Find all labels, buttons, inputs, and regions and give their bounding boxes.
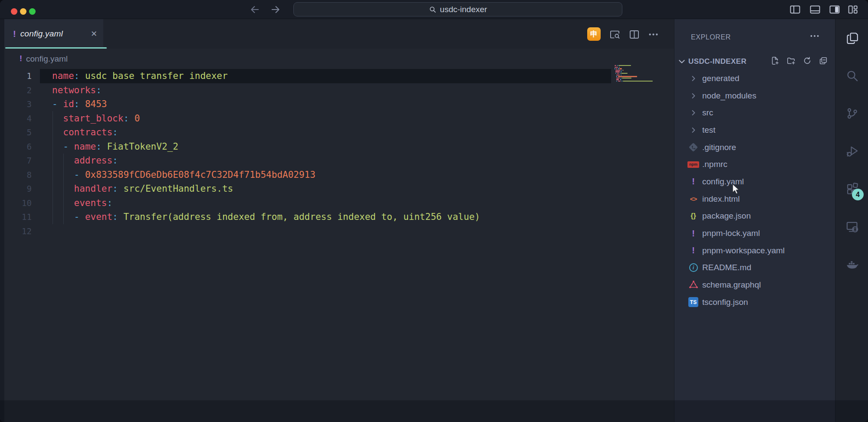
- info-icon: i: [687, 262, 699, 273]
- yaml-warning-icon: !: [687, 245, 699, 256]
- code-line-10[interactable]: 10 events:: [0, 196, 674, 210]
- toggle-primary-sidebar-button[interactable]: [789, 3, 801, 16]
- layout-sidebar-right-on-icon: [829, 3, 841, 16]
- split-editor-icon: [628, 29, 640, 40]
- code-line-11[interactable]: 11 - event: Transfer(address indexed fro…: [0, 210, 674, 224]
- tree-file-index-html[interactable]: <>index.html: [674, 190, 835, 208]
- tree-item-label: package.json: [702, 211, 751, 221]
- new-file-button[interactable]: [770, 56, 780, 67]
- tab-close-icon[interactable]: ✕: [91, 30, 97, 38]
- code-line-6[interactable]: 6 - name: FiatTokenV2_2: [0, 140, 674, 154]
- line-number: 10: [0, 196, 32, 210]
- line-number: 5: [0, 125, 32, 140]
- toggle-secondary-sidebar-button[interactable]: [829, 3, 841, 16]
- code-text: - name: FiatTokenV2_2: [52, 140, 178, 154]
- tree-file--npmrc[interactable]: npm.npmrc: [674, 156, 835, 173]
- activity-explorer-button[interactable]: [835, 19, 868, 57]
- editor-left-edge: [0, 19, 4, 422]
- explorer-more-actions-button[interactable]: [809, 30, 820, 42]
- code-text: - event: Transfer(address indexed from, …: [52, 210, 480, 224]
- code-line-3[interactable]: 3- id: 8453: [0, 97, 674, 111]
- line-number: 4: [0, 111, 32, 126]
- code-line-2[interactable]: 2networks:: [0, 83, 674, 98]
- breadcrumb-file[interactable]: config.yaml: [26, 54, 68, 64]
- code-text: name: usdc base transfer indexer: [52, 69, 228, 83]
- tree-file--gitignore[interactable]: .gitignore: [674, 139, 835, 156]
- activity-remote-explorer-button[interactable]: [835, 208, 868, 245]
- tab-bar: ! config.yaml ✕ 申: [0, 19, 674, 49]
- minimap-mark: [616, 81, 617, 82]
- line-number: 1: [0, 69, 32, 83]
- window-minimize-button[interactable]: [20, 8, 26, 15]
- tree-file-tsconfig-json[interactable]: TStsconfig.json: [674, 294, 835, 311]
- refresh-button[interactable]: [802, 56, 812, 67]
- code-text: contracts:: [52, 125, 118, 140]
- tree-file-pnpm-workspace-yaml[interactable]: !pnpm-workspace.yaml: [674, 242, 835, 259]
- minimap-mark: [615, 71, 619, 72]
- minimap-mark: [616, 78, 619, 79]
- code-text: - 0x833589fCD6eDb6E08f4c7C32D4f71b54bdA0…: [52, 168, 316, 182]
- toggle-panel-button[interactable]: [809, 3, 821, 16]
- navigate-forward-button[interactable]: [270, 3, 282, 16]
- tree-item-label: node_modules: [702, 91, 756, 101]
- command-center-search[interactable]: usdc-indexer: [293, 2, 622, 16]
- chevron-down-icon: [678, 58, 686, 65]
- tree-folder-src[interactable]: src: [674, 104, 835, 121]
- search-icon: [429, 6, 437, 13]
- open-preview-button[interactable]: [608, 27, 621, 41]
- breadcrumb[interactable]: ! config.yaml: [0, 49, 674, 69]
- minimap[interactable]: [613, 65, 672, 95]
- tree-file-package-json[interactable]: {}package.json: [674, 208, 835, 225]
- project-root-usdc-indexer[interactable]: USDC-INDEXER: [674, 53, 835, 70]
- window-close-button[interactable]: [11, 8, 17, 15]
- tree-file-schema-graphql[interactable]: schema.graphql: [674, 276, 835, 294]
- activity-run-debug-button[interactable]: [835, 132, 868, 170]
- code-line-1[interactable]: 1name: usdc base transfer indexer: [0, 69, 674, 83]
- activity-search-button[interactable]: [835, 57, 868, 95]
- window-zoom-button[interactable]: [29, 8, 36, 15]
- activity-source-control-button[interactable]: [835, 95, 868, 132]
- search-icon: [845, 69, 859, 82]
- typescript-icon: TS: [687, 297, 699, 308]
- chevron-right-icon: [687, 124, 699, 136]
- line-number: 12: [0, 224, 32, 239]
- code-line-5[interactable]: 5 contracts:: [0, 125, 674, 140]
- layout-panel-icon: [809, 3, 821, 16]
- code-line-8[interactable]: 8 - 0x833589fCD6eDb6E08f4c7C32D4f71b54bd…: [0, 168, 674, 182]
- activity-extensions-button[interactable]: 4: [835, 170, 868, 208]
- tree-folder-node-modules[interactable]: node_modules: [674, 87, 835, 105]
- tree-file-pnpm-lock-yaml[interactable]: !pnpm-lock.yaml: [674, 225, 835, 242]
- code-line-7[interactable]: 7 address:: [0, 154, 674, 168]
- tab-config-yaml[interactable]: ! config.yaml ✕: [4, 19, 103, 49]
- minimap-mark: [615, 65, 616, 66]
- tree-file-config-yaml[interactable]: !config.yaml: [674, 173, 835, 190]
- tree-folder-test[interactable]: test: [674, 121, 835, 139]
- tree-item-label: generated: [702, 74, 740, 83]
- minimap-mark: [618, 76, 637, 77]
- code-line-12[interactable]: 12: [0, 224, 674, 239]
- customize-layout-button[interactable]: [847, 3, 859, 16]
- code-line-4[interactable]: 4 start_block: 0: [0, 111, 674, 126]
- ellipsis-icon: [809, 30, 820, 42]
- tree-file-readme-md[interactable]: iREADME.md: [674, 259, 835, 277]
- minimap-mark: [618, 68, 619, 69]
- tree-item-label: schema.graphql: [702, 280, 761, 290]
- editor-more-actions-button[interactable]: [646, 27, 660, 41]
- tree-folder-generated[interactable]: generated: [674, 70, 835, 87]
- extension-action-button[interactable]: 申: [587, 27, 601, 41]
- navigate-back-button[interactable]: [249, 3, 261, 16]
- explorer-title: EXPLORER: [691, 33, 731, 41]
- explorer-actions: [770, 56, 828, 67]
- tree-item-label: pnpm-workspace.yaml: [702, 246, 785, 255]
- collapse-folders-button[interactable]: [819, 56, 828, 67]
- graphql-icon: [687, 279, 699, 291]
- code-line-9[interactable]: 9 handler: src/EventHandlers.ts: [0, 182, 674, 196]
- split-editor-button[interactable]: [627, 27, 641, 41]
- minimap-mark: [617, 65, 618, 66]
- code-editor[interactable]: 1name: usdc base transfer indexer2networ…: [0, 69, 674, 238]
- yaml-warning-icon: !: [687, 176, 699, 187]
- line-number: 8: [0, 168, 32, 182]
- new-folder-button[interactable]: [786, 56, 796, 67]
- activity-docker-button[interactable]: [835, 245, 868, 283]
- code-text: networks:: [52, 83, 102, 98]
